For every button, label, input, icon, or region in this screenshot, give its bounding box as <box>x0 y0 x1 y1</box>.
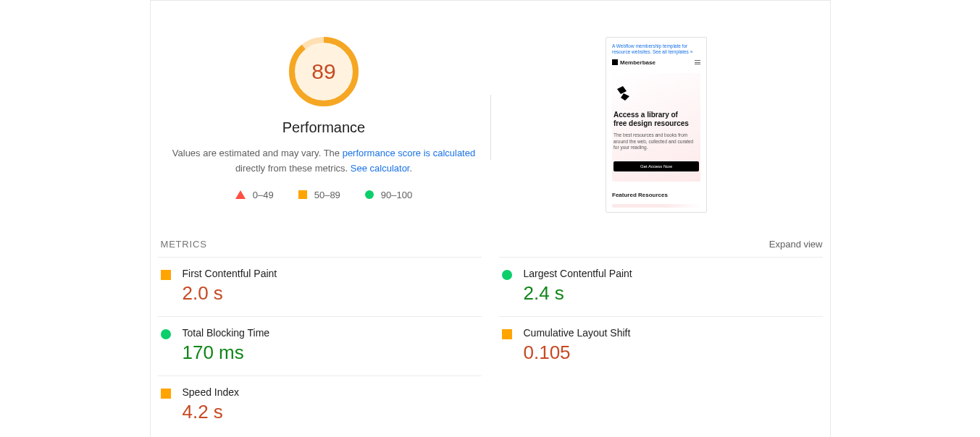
report-panel: 89 Performance Values are estimated and … <box>150 0 831 437</box>
square-icon <box>298 190 307 199</box>
metric-body: Cumulative Layout Shift 0.105 <box>524 327 631 364</box>
desc-text: Values are estimated and may vary. The <box>172 148 343 158</box>
metric-fcp[interactable]: First Contentful Paint 2.0 s <box>158 257 482 316</box>
gauge-score: 89 <box>289 37 359 106</box>
metric-name: Largest Contentful Paint <box>524 268 632 279</box>
metric-value: 4.2 s <box>183 401 240 423</box>
performance-gauge: 89 <box>289 37 359 106</box>
metric-value: 2.0 s <box>183 282 277 305</box>
metric-name: First Contentful Paint <box>183 268 277 279</box>
preview-hero-icon <box>615 85 634 103</box>
preview-tagline: A Webflow membership template for resour… <box>612 43 700 56</box>
page-screenshot: A Webflow membership template for resour… <box>606 37 707 213</box>
metric-value: 2.4 s <box>524 282 632 305</box>
svg-marker-4 <box>621 93 629 101</box>
square-icon <box>161 389 171 399</box>
metrics-grid: First Contentful Paint 2.0 s Largest Con… <box>151 257 830 435</box>
square-icon <box>502 329 512 339</box>
gauge-title: Performance <box>282 119 366 136</box>
metrics-header: METRICS Expand view <box>151 234 830 257</box>
legend-poor-label: 0–49 <box>253 190 274 200</box>
hamburger-icon <box>695 60 700 64</box>
preview-featured-heading: Featured Resources <box>612 192 700 198</box>
metric-name: Cumulative Layout Shift <box>524 327 631 339</box>
preview-brand: Memberbase <box>612 59 656 66</box>
desc-text: directly from these metrics. <box>235 163 351 174</box>
preview-hero-line1: Access a library of <box>613 111 699 120</box>
see-calculator-link[interactable]: See calculator <box>351 163 410 174</box>
metric-value: 170 ms <box>183 341 270 364</box>
gauge-description: Values are estimated and may vary. The p… <box>168 146 479 177</box>
metric-name: Speed Index <box>183 386 240 398</box>
metric-cls[interactable]: Cumulative Layout Shift 0.105 <box>499 316 823 376</box>
legend-average: 50–89 <box>298 190 340 200</box>
vertical-divider <box>490 95 491 160</box>
preview-navbar: Memberbase <box>612 59 700 66</box>
preview-hero-title: Access a library of free design resource… <box>613 111 699 129</box>
metric-name: Total Blocking Time <box>183 327 270 339</box>
circle-icon <box>502 270 512 280</box>
legend-poor: 0–49 <box>235 190 274 200</box>
metric-value: 0.105 <box>524 341 631 364</box>
triangle-icon <box>235 190 246 199</box>
preview-content-bar <box>612 204 700 208</box>
circle-icon <box>161 329 171 339</box>
metric-body: Largest Contentful Paint 2.4 s <box>524 268 632 305</box>
desc-text: . <box>409 163 412 174</box>
svg-marker-3 <box>617 86 627 94</box>
metric-speed-index[interactable]: Speed Index 4.2 s <box>158 376 482 435</box>
metric-body: Speed Index 4.2 s <box>183 386 240 423</box>
circle-icon <box>365 190 374 199</box>
score-legend: 0–49 50–89 90–100 <box>235 190 412 200</box>
preview-brand-name: Memberbase <box>620 59 656 66</box>
summary-section: 89 Performance Values are estimated and … <box>151 1 830 234</box>
legend-good: 90–100 <box>365 190 412 200</box>
screenshot-column: A Webflow membership template for resour… <box>490 37 823 213</box>
calc-link[interactable]: performance score is calculated <box>343 148 476 158</box>
expand-view-toggle[interactable]: Expand view <box>769 239 823 250</box>
preview-hero-line2: free design resources <box>613 119 699 129</box>
square-icon <box>161 270 171 280</box>
preview-tag-link: See all templates » <box>653 49 692 54</box>
metric-tbt[interactable]: Total Blocking Time 170 ms <box>158 316 482 376</box>
preview-hero: Access a library of free design resource… <box>612 73 700 182</box>
preview-hero-subtitle: The best resources and books from around… <box>613 132 699 151</box>
metric-lcp[interactable]: Largest Contentful Paint 2.4 s <box>499 257 823 316</box>
gauge-column: 89 Performance Values are estimated and … <box>158 37 490 200</box>
legend-avg-label: 50–89 <box>314 190 340 200</box>
metric-body: First Contentful Paint 2.0 s <box>183 268 277 305</box>
preview-cta-button: Get Access Now <box>613 161 699 171</box>
metric-body: Total Blocking Time 170 ms <box>183 327 270 364</box>
preview-logo-icon <box>612 59 618 65</box>
legend-good-label: 90–100 <box>381 190 412 200</box>
metrics-heading: METRICS <box>161 239 207 250</box>
